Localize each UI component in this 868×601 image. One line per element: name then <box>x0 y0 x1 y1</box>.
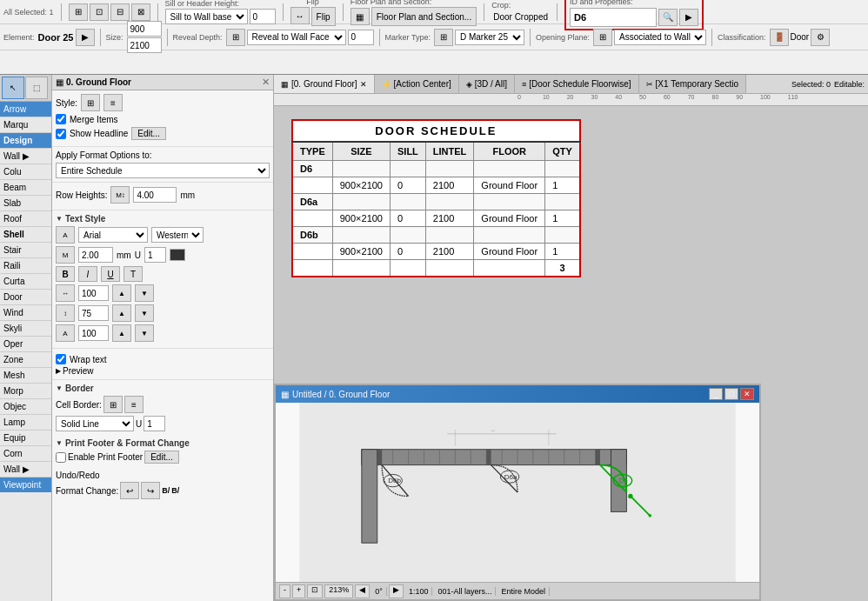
sidebar-item-mesh[interactable]: Mesh <box>0 368 51 384</box>
tab-section[interactable]: ✂ [X1 Temporary Sectio <box>639 75 746 93</box>
size-height-input[interactable] <box>127 37 162 53</box>
size-width-input[interactable] <box>127 21 162 37</box>
font-style-select[interactable]: Western <box>151 227 204 243</box>
zoom-in-btn[interactable]: + <box>292 584 305 598</box>
sidebar-item-window[interactable]: Wind <box>0 305 51 321</box>
sidebar-item-shell[interactable]: Shell <box>0 227 51 243</box>
table-row-d6b-data[interactable]: 900×2100 0 2100 Ground Floor 1 <box>292 244 580 260</box>
sidebar-item-corner[interactable]: Corn <box>0 446 51 462</box>
font-size-input[interactable] <box>78 247 113 263</box>
marquee-tool[interactable]: ⬚ <box>25 77 48 99</box>
anchor-btn-4[interactable]: ⊠ <box>131 3 150 21</box>
wrap-checkbox[interactable] <box>56 354 66 364</box>
sidebar-item-wall[interactable]: Wall ▶ <box>0 149 51 164</box>
opening-select[interactable]: Associated to Wall <box>614 30 706 45</box>
reveal-input[interactable] <box>348 30 374 45</box>
bold-btn[interactable]: B <box>56 266 75 282</box>
prev-btn[interactable]: ◀ <box>355 584 370 598</box>
redo-icon[interactable]: ↪ <box>141 482 160 499</box>
sill-input[interactable] <box>250 9 276 24</box>
underline-btn[interactable]: U <box>101 266 120 282</box>
fit-btn[interactable]: ⊡ <box>307 584 323 598</box>
anchor-btn-3[interactable]: ⊟ <box>110 3 130 21</box>
table-row-d6a-data[interactable]: 900×2100 0 2100 Ground Floor 1 <box>292 210 580 227</box>
class-icon[interactable]: 🚪 <box>770 29 789 46</box>
style-list-icon[interactable]: ≡ <box>103 94 123 111</box>
cell-border-select[interactable]: Solid Line <box>56 416 134 431</box>
tab-3d[interactable]: ◈ [3D / All] <box>459 75 515 93</box>
sidebar-item-beam[interactable]: Beam <box>0 180 51 196</box>
sidebar-item-door[interactable]: Door <box>0 290 51 305</box>
marker-select[interactable]: D Marker 25 <box>455 30 524 45</box>
sidebar-item-object[interactable]: Objec <box>0 399 51 415</box>
font-select[interactable]: Arial <box>78 227 148 243</box>
flip-button[interactable]: Flip <box>311 7 336 26</box>
sidebar-item-zone[interactable]: Zone <box>0 352 51 368</box>
row-height-input[interactable] <box>133 187 177 203</box>
inc-icon[interactable]: ▲ <box>112 284 131 302</box>
sidebar-item-column[interactable]: Colu <box>0 164 51 180</box>
id-arrow-icon[interactable]: ▶ <box>679 9 698 26</box>
class-settings-icon[interactable]: ⚙ <box>811 29 830 46</box>
sidebar-item-stair[interactable]: Stair <box>0 243 51 258</box>
sidebar-item-lamp[interactable]: Lamp <box>0 415 51 431</box>
dec2-icon[interactable]: ▼ <box>135 304 154 322</box>
tab-ground-floor[interactable]: ▦ [0. Ground Floor] ✕ <box>274 75 375 93</box>
scale-height-input[interactable] <box>78 305 109 321</box>
edit2-btn[interactable]: Edit... <box>144 451 179 464</box>
table-row-d6a-type[interactable]: D6a <box>292 194 580 210</box>
underline-input[interactable] <box>144 247 166 263</box>
anchor-btn-2[interactable]: ⊡ <box>90 3 109 21</box>
sidebar-item-railing[interactable]: Raili <box>0 258 51 274</box>
marker-icon[interactable]: ⊞ <box>434 29 453 46</box>
row-heights-icon[interactable]: M↕ <box>110 186 130 204</box>
tab-action-center[interactable]: ⚡ [Action Center] <box>375 75 459 93</box>
id-search-icon[interactable]: 🔍 <box>658 9 678 26</box>
sidebar-item-wall2[interactable]: Wall ▶ <box>0 462 51 477</box>
tab-close-0[interactable]: ✕ <box>360 80 367 89</box>
sill-select[interactable]: Sill to Wall base <box>165 9 248 24</box>
maximize-btn[interactable]: □ <box>724 388 738 400</box>
sidebar-item-marquee[interactable]: Marqu <box>0 117 51 133</box>
reveal-select[interactable]: Reveal to Wall Face <box>247 30 346 45</box>
sidebar-item-slab[interactable]: Slab <box>0 196 51 211</box>
sidebar-item-arrow[interactable]: Arrow <box>0 102 51 117</box>
cell-border-icon1[interactable]: ⊞ <box>103 396 123 413</box>
sidebar-item-morph[interactable]: Morp <box>0 384 51 399</box>
undo-icon[interactable]: ↩ <box>120 482 139 499</box>
sidebar-item-roof[interactable]: Roof <box>0 211 51 227</box>
next-btn[interactable]: ▶ <box>389 584 404 598</box>
style-grid-icon[interactable]: ⊞ <box>81 94 100 111</box>
sidebar-item-opening[interactable]: Oper <box>0 337 51 352</box>
color-swatch[interactable] <box>170 249 185 261</box>
border-arrow[interactable]: ▼ <box>56 384 63 392</box>
collapse-arrow[interactable]: ▼ <box>56 215 63 223</box>
size100-input[interactable] <box>78 325 109 341</box>
sidebar-item-design[interactable]: Design <box>0 133 51 149</box>
merge-checkbox[interactable] <box>56 114 66 124</box>
inc3-icon[interactable]: ▲ <box>112 324 131 342</box>
print-footer-arrow[interactable]: ▼ <box>56 439 63 447</box>
strikethrough-btn[interactable]: T <box>124 266 143 282</box>
panel-close-btn[interactable]: ✕ <box>262 77 270 88</box>
minimize-btn[interactable]: _ <box>709 388 723 400</box>
preview-arrow[interactable]: ▶ <box>56 367 61 375</box>
sidebar-item-skylight[interactable]: Skyli <box>0 321 51 337</box>
edit-btn[interactable]: Edit... <box>131 127 166 140</box>
reveal-icon[interactable]: ⊞ <box>226 29 245 46</box>
flip-icon-btn[interactable]: ↔ <box>290 7 310 24</box>
close-btn[interactable]: ✕ <box>740 388 754 400</box>
sidebar-item-curtain[interactable]: Curta <box>0 274 51 290</box>
element-expand-icon[interactable]: ▶ <box>76 29 95 46</box>
floor-plan-btn[interactable]: Floor Plan and Section... <box>371 7 477 26</box>
sidebar-item-viewpoint[interactable]: Viewpoint <box>0 477 51 492</box>
id-input[interactable] <box>570 8 657 27</box>
dec3-icon[interactable]: ▼ <box>135 324 154 342</box>
anchor-btn-1[interactable]: ⊞ <box>69 3 88 21</box>
scale-width-input[interactable] <box>78 285 109 301</box>
zoom-out-btn[interactable]: - <box>279 584 290 598</box>
tab-door-schedule[interactable]: ≡ [Door Schedule Floorwise] <box>515 75 639 93</box>
apply-format-select[interactable]: Entire Schedule <box>56 163 270 178</box>
table-row-d6-type[interactable]: D6 <box>292 161 580 177</box>
table-row-d6-data[interactable]: 900×2100 0 2100 Ground Floor 1 <box>292 177 580 194</box>
